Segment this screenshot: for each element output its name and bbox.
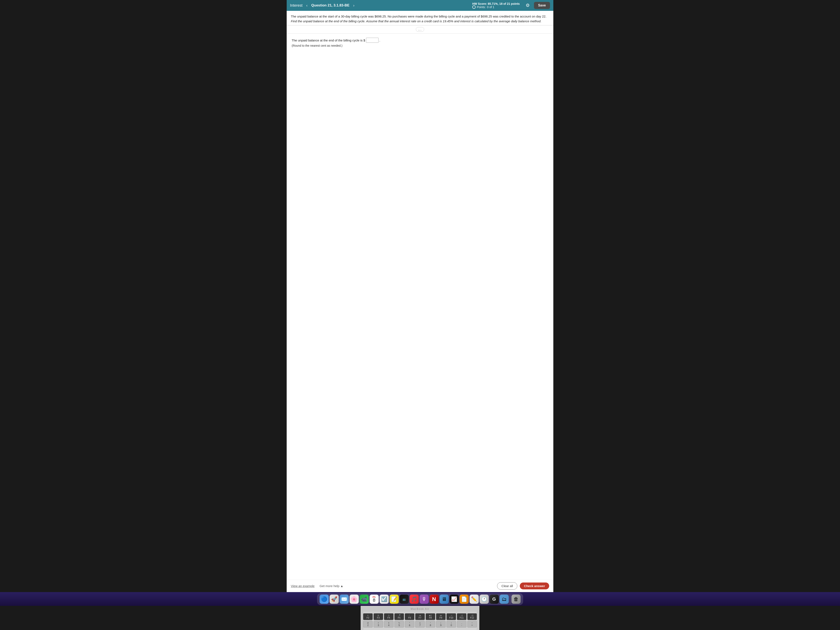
dock-wrapper: 🔵 🚀 ✉️ 🌸 📹 JUL 8 ☑️ 📝 📺 🎵 � [0,592,840,606]
screen-wrapper: Interest ‹ Question 21, 3.1.83-BE › HW S… [287,0,553,592]
macbook-label: MacBook Air [411,608,429,610]
key-equals[interactable]: += [467,621,477,627]
key-f2[interactable]: ✦F2 [363,613,373,620]
answer-area: The unpaid balance at the end of the bil… [287,33,553,579]
key-f6[interactable]: ☾F6 [405,613,414,620]
trash-icon: 🗑 [513,596,518,602]
key-3[interactable]: #3 [374,621,383,627]
dock-appletv[interactable]: 📺 [399,595,409,604]
freeform-icon: ✏️ [471,596,477,602]
dock-trash[interactable]: 🗑 [512,595,521,604]
dock-gemini[interactable]: G [489,595,499,604]
points-label: Points: [477,5,486,9]
dock-podcasts[interactable]: 🎙 [420,595,429,604]
dock-pages[interactable]: 📄 [459,595,469,604]
next-question-button[interactable]: › [352,3,355,8]
dock-news[interactable]: N [429,595,439,604]
dock-facetime[interactable]: 📹 [360,595,369,604]
key-f3[interactable]: ⊞F3 [374,613,383,620]
top-nav: Interest ‹ Question 21, 3.1.83-BE › HW S… [287,0,553,11]
save-button[interactable]: Save [534,2,550,9]
dock-keynote[interactable]: 🖥 [440,595,449,604]
dock-freeform[interactable]: ✏️ [470,595,479,604]
key-f9[interactable]: ⏭F9 [436,613,445,620]
clock-icon: 🕐 [481,596,487,602]
key-f10[interactable]: ◁F10 [447,613,456,620]
key-9[interactable]: (9 [436,621,445,627]
keyboard: ✦F2 ⊞F3 QF4 🎤F5 ☾F6 ⏮F7 ▶‖F8 ⏭F9 ◁F10 ◁)… [363,612,477,630]
dock-photos[interactable]: 🌸 [350,595,359,604]
key-f4[interactable]: QF4 [384,613,393,620]
dock-divider [510,595,510,604]
hw-score-label: HW Score: [472,2,487,5]
news-icon: N [432,596,436,603]
key-5[interactable]: %5 [395,621,404,627]
answer-note: (Round to the nearest cent as needed.) [292,44,548,47]
dock: 🔵 🚀 ✉️ 🌸 📹 JUL 8 ☑️ 📝 📺 🎵 � [317,593,523,605]
hw-score-section: HW Score: 85.71%, 18 of 21 points Points… [472,2,520,9]
gemini-icon: G [492,597,496,602]
stocks-icon: 📈 [451,596,457,602]
bottom-bar: View an example Get more help ▲ Clear al… [287,579,553,592]
number-key-row: @2 #3 $4 %5 ^6 &7 *8 (9 )0 _- += [366,621,474,627]
answer-prefix: The unpaid balance at the end of the bil… [292,38,365,42]
dock-notes[interactable]: 📝 [390,595,399,604]
key-minus[interactable]: _- [457,621,466,627]
answer-line: The unpaid balance at the end of the bil… [292,38,548,43]
expand-button[interactable]: ... [416,27,424,32]
key-2[interactable]: @2 [363,621,373,627]
dock-launchpad[interactable]: 🚀 [330,595,339,604]
reminders-icon: ☑️ [381,596,387,602]
keyboard-area: MacBook Air ✦F2 ⊞F3 QF4 🎤F5 ☾F6 ⏮F7 ▶‖F8… [361,606,479,630]
dock-music[interactable]: 🎵 [410,595,419,604]
bottom-actions: Clear all Check answer [497,582,549,590]
key-4[interactable]: $4 [384,621,393,627]
dock-stocks[interactable]: 📈 [450,595,459,604]
photos-icon: 🌸 [351,596,358,603]
hw-score-title: HW Score: 85.71%, 18 of 21 points [472,2,520,5]
points-circle-icon [472,5,475,9]
course-title: Interest [290,3,303,8]
answer-suffix: . [379,38,380,42]
dock-mail[interactable]: ✉️ [339,595,349,604]
clear-all-button[interactable]: Clear all [497,582,517,590]
key-f7[interactable]: ⏮F7 [415,613,425,620]
fn-key-row: ✦F2 ⊞F3 QF4 🎤F5 ☾F6 ⏮F7 ▶‖F8 ⏭F9 ◁F10 ◁)… [366,613,474,620]
get-more-help-button[interactable]: Get more help ▲ [320,584,343,588]
answer-input[interactable] [366,38,379,43]
settings-button[interactable]: ⚙ [526,3,530,8]
notes-icon: 📝 [391,596,397,602]
key-f8[interactable]: ▶‖F8 [426,613,435,620]
dock-calendar[interactable]: JUL 8 [369,595,379,604]
question-label: Question 21, 3.1.83-BE [311,3,349,8]
dock-finder2[interactable]: 🗂 [500,595,509,604]
key-0[interactable]: )0 [447,621,456,627]
podcasts-icon: 🎙 [422,596,427,602]
keynote-icon: 🖥 [442,596,447,602]
prev-question-button[interactable]: ‹ [305,3,309,8]
key-6[interactable]: ^6 [405,621,414,627]
dock-reminders[interactable]: ☑️ [380,595,389,604]
dock-finder[interactable]: 🔵 [320,595,329,604]
problem-text: The unpaid balance at the start of a 30-… [291,14,549,24]
mail-icon: ✉️ [341,596,347,602]
calendar-day-icon: 8 [373,598,375,603]
hw-score-value: 85.71%, 18 of 21 points [488,2,519,5]
music-icon: 🎵 [411,596,417,602]
view-example-button[interactable]: View an example [291,584,314,588]
key-8[interactable]: *8 [426,621,435,627]
points-value: 0 of 1 [487,5,494,9]
check-answer-button[interactable]: Check answer [520,583,549,589]
launchpad-icon: 🚀 [331,596,337,602]
key-f11[interactable]: ◁)F11 [457,613,466,620]
key-f5[interactable]: 🎤F5 [395,613,404,620]
pages-icon: 📄 [461,596,467,602]
key-f12[interactable]: ◁))F12 [467,613,477,620]
divider-row: ... [287,25,553,33]
finder-icon: 🔵 [321,596,327,602]
dock-clock[interactable]: 🕐 [480,595,489,604]
hw-points: Points: 0 of 1 [472,5,520,9]
key-7[interactable]: &7 [415,621,425,627]
finder2-icon: 🗂 [502,596,507,602]
appletv-icon: 📺 [403,598,406,601]
